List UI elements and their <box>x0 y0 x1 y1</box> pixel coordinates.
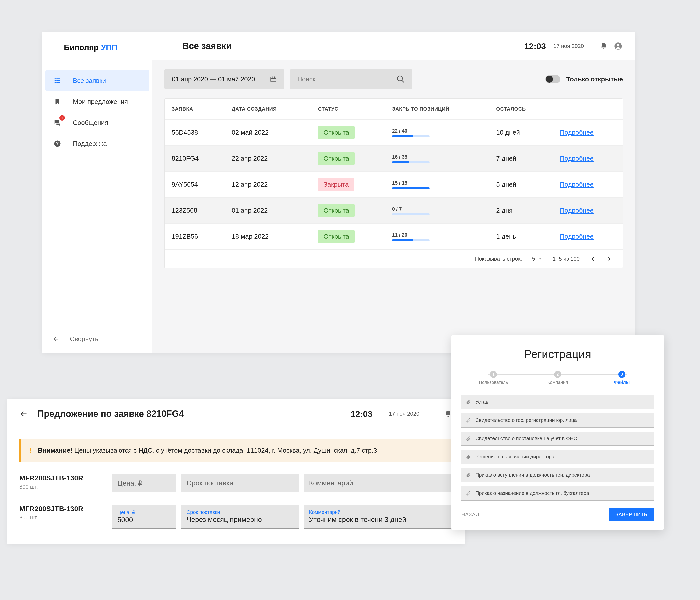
sidebar-item-support[interactable]: ? Поддержка <box>46 133 150 154</box>
collapse-sidebar-button[interactable]: Свернуть <box>43 329 152 353</box>
file-label: Приказ о вступлении в должность ген. дир… <box>475 472 590 478</box>
logo-text-2: УПП <box>101 43 118 52</box>
comment-input[interactable]: КомментарийУточним срок в течени 3 дней <box>304 505 453 529</box>
row-id: 56D4538 <box>165 120 225 146</box>
file-label: Свидетельство о гос. регистрации юр. лиц… <box>475 418 577 423</box>
search-input[interactable]: Поиск <box>290 70 412 89</box>
chevron-right-icon <box>606 256 613 262</box>
rows-per-page-select[interactable]: 5 <box>532 256 543 262</box>
table-row: 56D453802 май 2022Открыта22 / 4010 днейП… <box>165 120 623 146</box>
bell-icon[interactable] <box>599 42 608 51</box>
row-id: 9AY5654 <box>165 172 225 198</box>
details-link[interactable]: Подробнее <box>560 181 594 188</box>
table-row: 123Z56801 апр 2022Открыта0 / 72 дняПодро… <box>165 198 623 224</box>
logo-text-1: Биполяр <box>64 43 99 52</box>
page-title: Все заявки <box>182 41 232 51</box>
step-user[interactable]: 1 Пользователь <box>461 371 526 385</box>
row-remain: 7 дней <box>489 146 553 172</box>
alert-banner: ! Внимание! Цены указываются с НДС, с уч… <box>20 439 453 462</box>
header-date: 17 ноя 2020 <box>553 43 584 50</box>
step-number: 2 <box>554 371 561 378</box>
search-placeholder: Поиск <box>298 75 316 83</box>
toggle-knob <box>546 76 553 83</box>
row-created: 02 май 2022 <box>225 120 311 146</box>
stepper: 1 Пользователь 2 Компания 3 Файлы <box>461 371 654 385</box>
prev-page-button[interactable] <box>590 256 596 262</box>
progress: 11 / 20 <box>392 232 430 241</box>
row-remain: 1 день <box>489 224 553 250</box>
file-upload-row[interactable]: Свидетельство о гос. регистрации юр. лиц… <box>461 414 654 428</box>
sku-qty: 800 шт. <box>20 484 107 490</box>
next-page-button[interactable] <box>606 256 613 262</box>
table-row: 9AY565412 апр 2022Закрыта15 / 155 днейПо… <box>165 172 623 198</box>
details-link[interactable]: Подробнее <box>560 233 594 240</box>
paperclip-icon <box>466 473 471 478</box>
back-button[interactable]: НАЗАД <box>461 512 479 518</box>
term-input[interactable]: Срок поставкиЧерез месяц примерно <box>181 505 299 529</box>
row-remain: 5 дней <box>489 172 553 198</box>
back-button[interactable] <box>20 409 28 419</box>
list-icon <box>53 76 62 85</box>
details-link[interactable]: Подробнее <box>560 155 594 162</box>
paperclip-icon <box>466 436 471 441</box>
help-icon: ? <box>53 139 62 148</box>
avatar-icon[interactable] <box>614 42 623 51</box>
file-upload-row[interactable]: Устав <box>461 395 654 409</box>
row-created: 01 апр 2022 <box>225 198 311 224</box>
col-remain: ОСТАЛОСЬ <box>489 99 553 120</box>
status-badge: Открыта <box>318 230 355 243</box>
step-label: Компания <box>548 380 568 385</box>
file-upload-row[interactable]: Приказ о назначение в должность гл. бухг… <box>461 486 654 501</box>
finish-button[interactable]: ЗАВЕРШИТЬ <box>609 508 654 521</box>
alert-strong: Внимание! <box>38 447 73 454</box>
step-files[interactable]: 3 Файлы <box>590 371 654 385</box>
file-label: Устав <box>475 399 489 405</box>
progress: 0 / 7 <box>392 206 430 215</box>
sidebar-item-label: Поддержка <box>73 140 107 148</box>
step-company[interactable]: 2 Компания <box>526 371 590 385</box>
price-input[interactable]: Цена, ₽ <box>112 474 176 493</box>
date-range-filter[interactable]: 01 апр 2020 — 01 май 2020 <box>165 70 284 89</box>
sidebar-item-my-offers[interactable]: Мои предложения <box>46 91 150 112</box>
step-number: 3 <box>619 371 625 378</box>
status-badge: Открыта <box>318 126 355 139</box>
sku-name: MFR200SJTB-130R <box>20 505 107 513</box>
header-clock: 12:03 <box>524 42 546 51</box>
details-link[interactable]: Подробнее <box>560 207 594 214</box>
file-upload-row[interactable]: Приказ о вступлении в должность ген. дир… <box>461 468 654 482</box>
sidebar-item-label: Мои предложения <box>73 98 128 106</box>
details-link[interactable]: Подробнее <box>560 129 594 136</box>
col-created: ДАТА СОЗДАНИЯ <box>225 99 311 120</box>
status-badge: Открыта <box>318 152 355 165</box>
open-only-toggle[interactable] <box>546 75 560 83</box>
step-label: Файлы <box>614 380 630 385</box>
sku-name: MFR200SJTB-130R <box>20 474 107 482</box>
date-range-text: 01 апр 2020 — 01 май 2020 <box>172 75 255 83</box>
alert-text: Цены указываются с НДС, с учётом доставк… <box>75 447 379 454</box>
offer-title: Предложение по заявке 8210FG4 <box>38 409 342 419</box>
file-label: Решение о назначении директора <box>475 454 554 460</box>
sidebar-item-messages[interactable]: 1 Сообщения <box>46 112 150 133</box>
calendar-icon <box>270 76 277 83</box>
chevron-down-icon <box>538 257 543 261</box>
paperclip-icon <box>466 491 471 496</box>
svg-line-15 <box>402 80 404 82</box>
comment-input[interactable]: Комментарий <box>304 474 453 492</box>
file-upload-row[interactable]: Решение о назначении директора <box>461 450 654 464</box>
pagination-range: 1–5 из 100 <box>553 256 580 262</box>
row-id: 8210FG4 <box>165 146 225 172</box>
pagination-rows-label: Показывать строк: <box>475 256 522 262</box>
svg-rect-4 <box>55 82 56 83</box>
file-upload-row[interactable]: Свидетельство о постановке на учет в ФНС <box>461 432 654 446</box>
sku-qty: 800 шт. <box>20 515 107 521</box>
svg-point-14 <box>398 76 402 81</box>
status-badge: Закрыта <box>318 178 354 191</box>
sidebar-item-all-requests[interactable]: Все заявки <box>46 70 150 91</box>
messages-badge: 1 <box>59 115 65 121</box>
price-input[interactable]: Цена, ₽5000 <box>112 505 176 529</box>
file-label: Приказ о назначение в должность гл. бухг… <box>475 491 589 496</box>
term-input[interactable]: Срок поставки <box>181 474 299 492</box>
col-closed: ЗАКРЫТО ПОЗИИЦИЙ <box>385 99 490 120</box>
search-icon <box>397 75 405 83</box>
row-remain: 10 дней <box>489 120 553 146</box>
